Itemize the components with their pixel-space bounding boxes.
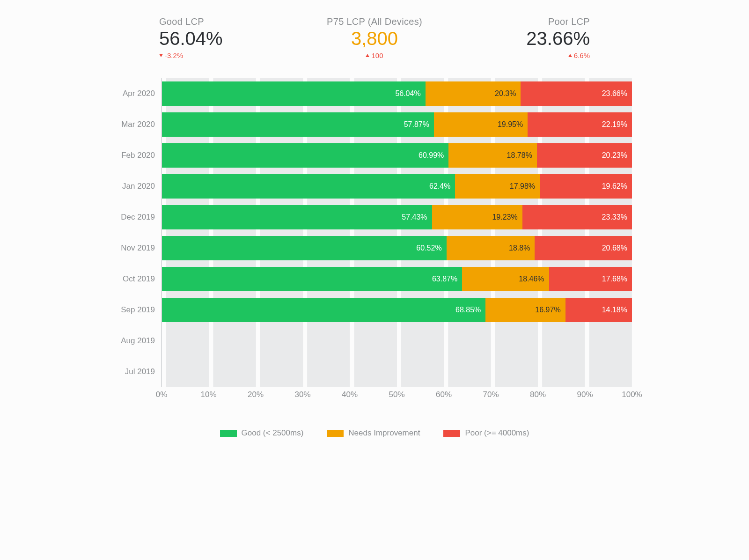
y-axis-label: Dec 2019 [117, 213, 162, 222]
y-axis-label: Jan 2020 [117, 182, 162, 191]
chart-track: 57.43%19.23%23.33% [162, 202, 632, 233]
bar-segment-good: 68.85% [162, 298, 485, 322]
scorecard-delta: 6.6% [568, 52, 590, 59]
chart-row: Jul 2019 [117, 356, 632, 387]
scorecard-value: 3,800 [351, 28, 398, 49]
stacked-bar: 63.87%18.46%17.68% [162, 267, 632, 291]
lcp-dashboard: Good LCP 56.04% -3.2% P75 LCP (All Devic… [75, 0, 674, 457]
chart-row: Jan 202062.4%17.98%19.62% [117, 171, 632, 202]
chart-track: 60.52%18.8%20.68% [162, 233, 632, 264]
y-axis-label: Sep 2019 [117, 305, 162, 315]
y-axis-label: Jul 2019 [117, 367, 162, 376]
scorecard-label: Poor LCP [548, 16, 590, 27]
stacked-bar: 62.4%17.98%19.62% [162, 174, 632, 199]
chart-track [162, 325, 632, 356]
scorecard-p75-lcp: P75 LCP (All Devices) 3,800 100 [327, 16, 422, 59]
x-axis-tick: 70% [483, 390, 499, 399]
bar-segment-needs: 18.8% [447, 236, 535, 260]
stacked-bar: 68.85%16.97%14.18% [162, 298, 632, 322]
stacked-bar: 56.04%20.3%23.66% [162, 81, 632, 106]
chart-track: 68.85%16.97%14.18% [162, 295, 632, 325]
legend-label: Good (< 2500ms) [242, 428, 304, 438]
y-axis-label: Apr 2020 [117, 89, 162, 98]
chart-row: Feb 202060.99%18.78%20.23% [117, 140, 632, 171]
scorecard-label: P75 LCP (All Devices) [327, 16, 422, 27]
y-axis-label: Aug 2019 [117, 336, 162, 346]
bar-segment-poor: 17.68% [549, 267, 632, 291]
chart-row: Oct 201963.87%18.46%17.68% [117, 264, 632, 295]
bar-segment-poor: 23.33% [522, 205, 632, 229]
bar-segment-needs: 19.23% [432, 205, 522, 229]
bar-segment-good: 63.87% [162, 267, 462, 291]
bar-segment-needs: 17.98% [455, 174, 540, 199]
y-axis-label: Oct 2019 [117, 274, 162, 284]
scorecard-poor-lcp: Poor LCP 23.66% 6.6% [526, 16, 590, 59]
bar-segment-poor: 23.66% [521, 81, 632, 106]
x-axis-tick: 80% [530, 390, 546, 399]
x-axis-tick: 10% [200, 390, 216, 399]
stacked-bar: 57.87%19.95%22.19% [162, 112, 632, 137]
stacked-bar: 60.52%18.8%20.68% [162, 236, 632, 260]
arrow-up-icon [568, 54, 572, 57]
chart-row: Nov 201960.52%18.8%20.68% [117, 233, 632, 264]
bar-segment-poor: 14.18% [565, 298, 632, 322]
legend-label: Poor (>= 4000ms) [465, 428, 529, 438]
chart-row: Apr 202056.04%20.3%23.66% [117, 78, 632, 109]
y-axis-label: Nov 2019 [117, 243, 162, 253]
scorecard-value: 23.66% [526, 28, 590, 49]
bar-segment-good: 57.87% [162, 112, 434, 137]
chart-row: Sep 201968.85%16.97%14.18% [117, 295, 632, 325]
y-axis-label: Feb 2020 [117, 151, 162, 160]
scorecard-delta-value: 100 [371, 52, 383, 59]
bar-segment-needs: 20.3% [426, 81, 521, 106]
scorecard-value: 56.04% [159, 28, 223, 49]
chart-track: 60.99%18.78%20.23% [162, 140, 632, 171]
bar-segment-good: 60.52% [162, 236, 447, 260]
legend-swatch-icon [220, 430, 237, 437]
chart-x-axis: 0%10%20%30%40%50%60%70%80%90%100% [117, 389, 632, 400]
legend-swatch-icon [443, 430, 460, 437]
x-axis-tick: 20% [248, 390, 264, 399]
arrow-down-icon [159, 54, 163, 57]
bar-segment-good: 60.99% [162, 143, 448, 168]
chart-row: Mar 202057.87%19.95%22.19% [117, 109, 632, 140]
chart-track: 57.87%19.95%22.19% [162, 109, 632, 140]
chart-row: Dec 201957.43%19.23%23.33% [117, 202, 632, 233]
x-axis-tick: 30% [294, 390, 310, 399]
scorecard-good-lcp: Good LCP 56.04% -3.2% [159, 16, 223, 59]
legend-swatch-icon [327, 430, 344, 437]
bar-segment-needs: 19.95% [434, 112, 528, 137]
legend-item-needs: Needs Improvement [327, 428, 420, 438]
chart-track: 56.04%20.3%23.66% [162, 78, 632, 109]
bar-segment-poor: 20.23% [537, 143, 632, 168]
arrow-up-icon [366, 54, 369, 57]
chart-legend: Good (< 2500ms) Needs Improvement Poor (… [117, 428, 632, 438]
chart-track: 62.4%17.98%19.62% [162, 171, 632, 202]
x-axis-tick: 0% [156, 390, 168, 399]
scorecard-delta-value: -3.2% [165, 52, 183, 59]
x-axis-tick: 40% [342, 390, 358, 399]
bar-segment-needs: 16.97% [485, 298, 565, 322]
stacked-bar: 60.99%18.78%20.23% [162, 143, 632, 168]
bar-segment-good: 57.43% [162, 205, 432, 229]
bar-segment-good: 62.4% [162, 174, 455, 199]
chart-row: Aug 2019 [117, 325, 632, 356]
bar-segment-good: 56.04% [162, 81, 426, 106]
chart-track [162, 356, 632, 387]
x-axis-tick: 60% [436, 390, 452, 399]
x-axis-tick: 50% [389, 390, 404, 399]
bar-segment-needs: 18.46% [462, 267, 549, 291]
bar-segment-poor: 22.19% [528, 112, 632, 137]
lcp-stacked-bar-chart: Apr 202056.04%20.3%23.66%Mar 202057.87%1… [117, 78, 632, 387]
bar-segment-poor: 19.62% [540, 174, 632, 199]
y-axis-label: Mar 2020 [117, 120, 162, 129]
chart-track: 63.87%18.46%17.68% [162, 264, 632, 295]
scorecard-delta-value: 6.6% [574, 52, 590, 59]
x-axis-tick: 90% [577, 390, 593, 399]
scorecards-row: Good LCP 56.04% -3.2% P75 LCP (All Devic… [117, 16, 632, 64]
scorecard-delta: 100 [366, 52, 383, 59]
bar-segment-needs: 18.78% [448, 143, 537, 168]
legend-item-good: Good (< 2500ms) [220, 428, 304, 438]
stacked-bar: 57.43%19.23%23.33% [162, 205, 632, 229]
x-axis-tick: 100% [622, 390, 642, 399]
